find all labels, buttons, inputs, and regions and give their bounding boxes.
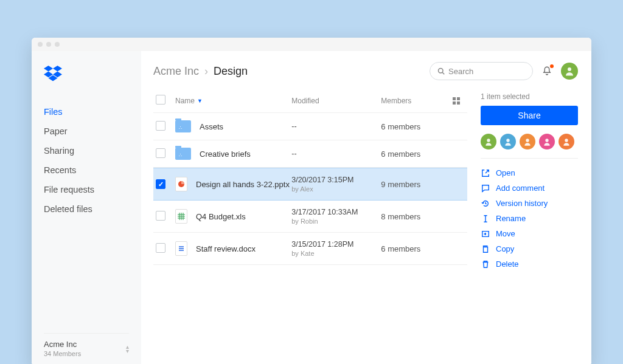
member-avatar[interactable] <box>481 134 496 149</box>
svg-point-22 <box>487 139 490 142</box>
action-rename[interactable]: Rename <box>481 214 578 223</box>
column-header-modified[interactable]: Modified <box>291 97 381 105</box>
member-avatar[interactable] <box>539 134 555 149</box>
selection-count: 1 item selected <box>481 92 578 101</box>
sidebar-account-switcher[interactable]: Acme Inc 34 Members ▴▾ <box>44 333 129 357</box>
dropbox-logo-icon[interactable] <box>44 66 129 81</box>
row-checkbox[interactable] <box>156 179 165 189</box>
window-titlebar <box>32 38 591 51</box>
comment-icon <box>481 184 490 193</box>
notification-badge-icon <box>550 64 554 68</box>
sidebar-item-recents[interactable]: Recents <box>44 160 129 180</box>
action-label: Copy <box>496 244 514 253</box>
member-count: 6 members <box>381 244 420 253</box>
column-header-members[interactable]: Members <box>381 97 453 105</box>
action-label: Add comment <box>496 184 545 193</box>
list-header: Name ▼ Modified Members <box>153 91 467 113</box>
selection-panel: 1 item selected Share OpenAdd commentVer… <box>481 91 578 364</box>
file-row[interactable]: ∴Creative briefs--6 members <box>153 140 467 168</box>
file-row[interactable]: ∴Assets--6 members <box>153 113 467 140</box>
sidebar-item-deleted-files[interactable]: Deleted files <box>44 199 129 219</box>
action-delete[interactable]: Delete <box>481 259 578 269</box>
xls-file-icon <box>175 209 187 224</box>
breadcrumb: Acme Inc › Design <box>153 65 421 78</box>
breadcrumb-current: Design <box>214 65 248 77</box>
sidebar-item-sharing[interactable]: Sharing <box>44 141 129 160</box>
svg-rect-8 <box>453 97 456 100</box>
action-label: Move <box>496 229 515 238</box>
search-placeholder: Search <box>448 67 473 76</box>
share-button[interactable]: Share <box>481 106 578 125</box>
window-dot[interactable] <box>55 42 60 47</box>
action-history[interactable]: Version history <box>481 199 578 208</box>
member-avatar[interactable] <box>500 134 516 149</box>
modified-date: -- <box>291 149 381 158</box>
app-window: FilesPaperSharingRecentsFile requestsDel… <box>32 38 591 364</box>
file-row[interactable]: Staff review.docx3/15/2017 1:28PMby Kate… <box>153 233 467 265</box>
row-checkbox[interactable] <box>156 121 165 131</box>
move-icon <box>481 230 490 238</box>
view-grid-toggle[interactable] <box>453 97 465 105</box>
breadcrumb-separator-icon: › <box>204 65 208 77</box>
sidebar-item-files[interactable]: Files <box>44 102 129 122</box>
copy-icon <box>481 245 490 253</box>
select-all-checkbox[interactable] <box>156 95 165 105</box>
main-area: Acme Inc › Design Search <box>141 51 591 364</box>
row-checkbox[interactable] <box>156 148 165 158</box>
sidebar-item-paper[interactable]: Paper <box>44 122 129 141</box>
svg-rect-11 <box>457 101 460 105</box>
action-open[interactable]: Open <box>481 168 578 177</box>
file-name: Q4 Budget.xls <box>196 212 246 221</box>
breadcrumb-parent[interactable]: Acme Inc <box>153 65 199 77</box>
rename-icon <box>481 215 490 223</box>
svg-rect-9 <box>457 97 460 100</box>
sidebar: FilesPaperSharingRecentsFile requestsDel… <box>32 51 141 364</box>
row-checkbox[interactable] <box>156 243 165 253</box>
account-members: 34 Members <box>44 350 81 357</box>
svg-marker-1 <box>53 66 62 72</box>
member-count: 8 members <box>381 212 420 221</box>
chevron-updown-icon: ▴▾ <box>126 345 129 353</box>
search-input[interactable]: Search <box>430 62 533 80</box>
svg-point-24 <box>526 139 529 142</box>
pptx-file-icon <box>175 177 187 191</box>
modified-by: by Kate <box>291 250 381 257</box>
docx-file-icon <box>175 241 187 256</box>
window-dot[interactable] <box>38 42 43 47</box>
search-icon <box>437 67 445 75</box>
column-header-name[interactable]: Name ▼ <box>172 97 291 105</box>
svg-point-5 <box>439 69 444 74</box>
folder-icon: ∴ <box>175 120 191 132</box>
shared-members <box>481 134 578 159</box>
action-label: Version history <box>496 199 548 208</box>
file-name: Creative briefs <box>200 149 251 159</box>
notifications-button[interactable] <box>541 66 552 77</box>
action-move[interactable]: Move <box>481 229 578 238</box>
open-icon <box>481 169 490 177</box>
member-count: 9 members <box>381 180 420 189</box>
action-comment[interactable]: Add comment <box>481 184 578 193</box>
folder-icon: ∴ <box>175 148 191 160</box>
file-row[interactable]: Design all hands 3-22.pptx3/20/2017 3:15… <box>153 168 467 201</box>
modified-date: 3/15/2017 1:28PM <box>291 240 381 249</box>
member-avatar[interactable] <box>559 134 574 149</box>
member-avatar[interactable] <box>520 134 535 149</box>
file-row[interactable]: Q4 Budget.xls3/17/2017 10:33AMby Robin8 … <box>153 201 467 233</box>
window-dot[interactable] <box>46 42 51 47</box>
svg-marker-0 <box>44 66 53 72</box>
sidebar-item-file-requests[interactable]: File requests <box>44 180 129 199</box>
action-label: Delete <box>496 259 519 269</box>
action-label: Rename <box>496 214 526 223</box>
sort-descending-icon: ▼ <box>197 98 203 104</box>
history-icon <box>481 199 490 208</box>
user-avatar[interactable] <box>561 63 578 80</box>
delete-icon <box>481 260 490 269</box>
row-checkbox[interactable] <box>156 211 165 221</box>
action-copy[interactable]: Copy <box>481 244 578 253</box>
member-count: 6 members <box>381 122 420 131</box>
member-count: 6 members <box>381 149 420 159</box>
modified-date: -- <box>291 122 381 131</box>
svg-point-23 <box>506 139 509 142</box>
svg-point-7 <box>568 67 571 71</box>
modified-by: by Alex <box>291 185 381 193</box>
